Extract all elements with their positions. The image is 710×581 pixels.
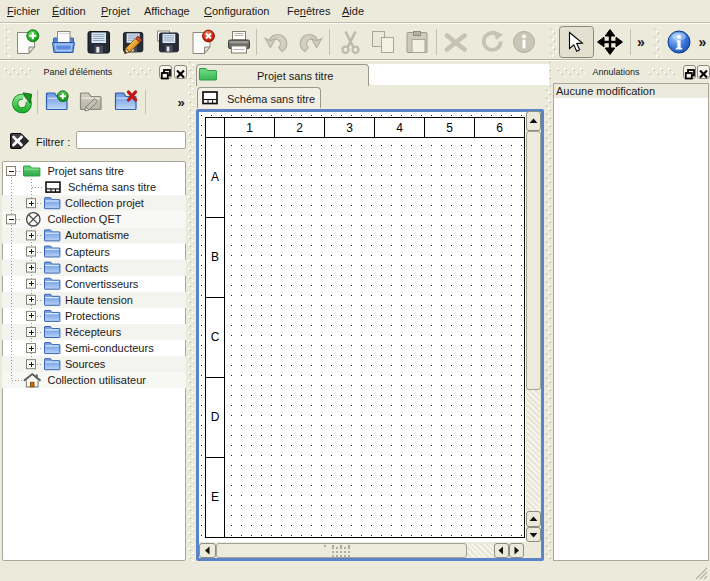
svg-text:Collection projet: Collection projet [65,197,144,209]
svg-text:Projet sans titre: Projet sans titre [48,165,124,177]
svg-text:Protections: Protections [65,310,121,322]
svg-text:Convertisseurs: Convertisseurs [65,278,139,290]
svg-text:Collection utilisateur: Collection utilisateur [48,374,147,386]
svg-text:Sources: Sources [65,358,106,370]
svg-text:»: » [699,34,707,50]
svg-text:Haute tension: Haute tension [65,294,133,306]
svg-text:Schéma sans titre: Schéma sans titre [68,181,156,193]
svg-text:Récepteurs: Récepteurs [65,326,122,338]
svg-text:Collection QET: Collection QET [48,213,122,225]
svg-text:Capteurs: Capteurs [65,246,110,258]
svg-text:Semi-conducteurs: Semi-conducteurs [65,342,154,354]
svg-text:»: » [637,34,645,50]
svg-text:Contacts: Contacts [65,262,109,274]
svg-text:»: » [177,95,184,110]
svg-text:Automatisme: Automatisme [65,229,129,241]
